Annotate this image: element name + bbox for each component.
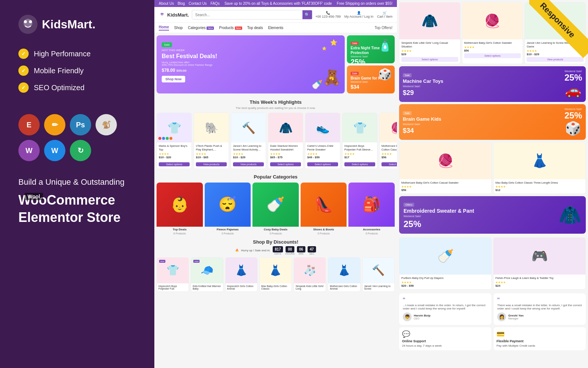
product-stars-5: ★★★★ [344,152,375,156]
author-role-0: CEO [414,317,430,320]
blog-link[interactable]: Blog [178,1,185,6]
category-top-deals[interactable]: 👶 Top Deals 8 Products [157,183,203,235]
mid-stars-0: ★★★★ [401,185,490,188]
cart-action[interactable]: 🛒 Cart / Item [377,11,392,18]
sweater-card: Offers Embroidered Sweater & Pant Weeken… [399,196,586,234]
right-product-0: 🧥 Simpeek Kids Little Girls' Long Casual… [399,2,460,64]
bottom-products-row: 🍼 PurBorn Baby Dry Pull Up Diapers ★★★★ … [397,236,588,291]
nav-topdeals[interactable]: Top deals [247,26,263,30]
brain-game-weekend: Weekend Sale! [564,108,582,110]
store-preview: About Us Blog Contact Us FAQs Save up to… [154,0,397,368]
faqs-link[interactable]: FAQs [211,1,220,6]
mid-stars-1: ★★★★ [495,185,584,188]
product-price-4: $49 - $59 [307,156,338,159]
product-img-2: 🔨 [231,113,266,142]
product-card-0: 👕 Marks & Spencer Boy's Top ★★★★ $10 - $… [157,113,192,169]
right-btn-1[interactable]: Select options [464,53,521,58]
bot-info-0: PurBorn Baby Dry Pull Up Diapers ★★★★ $2… [399,275,491,289]
author-name-0: Haroin Boip [414,314,430,317]
avatar-1: 👩 [497,312,506,321]
brain-game-price: $34 [403,127,562,135]
countdown-days: 817 [273,246,283,252]
testimonial-author-0: 👦 Haroin Boip CEO [403,312,488,321]
feature-label-2: Mobile Friendly [34,67,84,75]
top-bar: About Us Blog Contact Us FAQs Save up to… [154,0,397,7]
category-fleece[interactable]: 😴 Fleece Pajamas 3 Products [205,183,251,235]
countdown-bar: 🔥 Hurry up ! Sale end in: 817 DAYS 00 HO… [157,246,395,255]
nav-categories[interactable]: Categories New [188,26,214,30]
product-btn-0[interactable]: Select options [159,162,190,166]
account-action[interactable]: 👤 My Account / Log In [344,11,373,18]
top-bar-links: About Us Blog Contact Us FAQs [159,1,220,6]
payment-icon: 💳 [496,330,583,338]
brain-game-emoji: 🎲 [378,68,392,81]
category-cozy[interactable]: 🍼 Cozy Baby Deals 3 Products [252,183,299,235]
disc-img-0: 👕 new [157,258,189,283]
testimonial-text-1: There was a small mistake in the letter.… [497,304,582,310]
sweater-text: Offers Embroidered Sweater & Pant Weeken… [404,201,555,229]
payment-desc: Pay with Multiple Credit cards [496,344,583,347]
hero-section: Sale HOT THIS WEEK Best Festival Deals! … [154,33,397,96]
promo-tag-2: Sale [351,72,359,75]
sweater-badge: Offers [404,203,414,207]
discounts-title: Shop By Discounts! [157,239,395,245]
product-btn-4[interactable]: Select options [307,162,338,166]
toy-emoji: 🧸 [323,69,341,86]
category-count-0: 8 Products [157,232,203,235]
category-img-4: 🎒 [348,183,395,227]
avatar-0: 👦 [403,312,412,321]
product-btn-5[interactable]: Select options [344,162,375,166]
right-btn-0[interactable]: Select options [401,57,458,62]
product-name-6: Mothercare Baby-Girl's Cotton Casual Swe… [381,144,397,152]
disc-product-4: 🧦 Simpeek Kids Little Girls' Long [294,257,326,292]
right-stars-1: ★★★★ [464,46,521,49]
product-btn-1[interactable]: View products [196,162,227,166]
category-shoes[interactable]: 👠 Shoes & Boots 3 Products [301,183,347,235]
brain-game-discount-block: Weekend Sale! 25% 🎲 [564,108,582,136]
cart-label: Cart / Item [377,15,392,18]
countdown-seconds: 47 [308,246,316,252]
editor-icon: ✏ [44,114,65,135]
nav-home[interactable]: Home [159,25,169,31]
search-button[interactable]: 🔍 [302,10,312,20]
check-icon-3: ✓ [18,82,29,93]
disc-product-2: 👗 Hopscotch Girls Cotton Animal [225,257,258,292]
svg-point-5 [161,13,162,14]
nav-products[interactable]: Products New [219,26,242,30]
search-input[interactable] [192,10,302,19]
category-count-4: 3 Products [348,232,395,235]
testimonial-text-0: ...I made a small mistake in the order. … [403,304,488,310]
support-icon: 💬 [402,330,488,338]
dot-blue [162,137,165,140]
product-btn-2[interactable]: View products [233,162,264,166]
disc-img-5: 👗 [328,258,360,283]
stroller-emoji: 🍼 [312,79,323,90]
top-offers[interactable]: Top Offers! [374,26,392,30]
hero-banner: Sale HOT THIS WEEK Best Festival Deals! … [157,35,345,93]
check-icon-2: ✓ [18,66,29,76]
machine-car-badge: Sale [403,73,412,77]
ps-icon: Ps [70,114,91,135]
mid-price-0: $56 [401,188,490,192]
product-info-0: Marks & Spencer Boy's Top ★★★★ $10 - $20… [157,142,191,169]
svg-point-3 [29,20,32,23]
search-bar[interactable]: 🔍 [192,10,312,20]
disc-info-4: Simpeek Kids Little Girls' Long [294,283,326,291]
category-accessories[interactable]: 🎒 Accessories 3 Products [348,183,395,235]
sweater-emoji: 🧥 [559,204,581,226]
product-btn-6[interactable]: Select options [381,162,397,166]
promo-card-brain: Sale Brain Game for Kids Weekend Sale! $… [347,66,395,93]
promo-price-2: $34 [351,84,391,90]
mid-img-0: 🧶 [399,142,491,179]
machine-car-pct: 25% [564,72,582,83]
product-price-5: $17 [344,156,375,159]
right-img-0: 🧥 [399,3,460,39]
hero-shop-button[interactable]: Shop Now [162,76,185,82]
product-btn-3[interactable]: Select options [270,162,301,166]
pull-ups-emoji: 🧴 [378,39,392,52]
about-us-link[interactable]: About Us [159,1,174,6]
mailchimp-icon: 🐒 [96,114,117,135]
contact-link[interactable]: Contact Us [189,1,207,6]
nav-shop[interactable]: Shop [174,26,183,30]
nav-elements[interactable]: Elements [268,26,283,30]
